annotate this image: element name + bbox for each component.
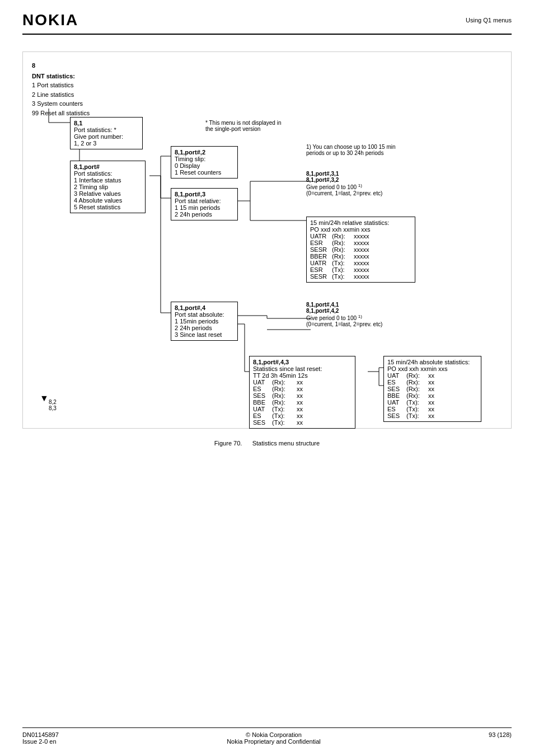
dnt-title: DNT statistics:: [32, 72, 90, 81]
port-stat-1: 1 Interface status: [74, 177, 142, 184]
page-number: 93 (128): [489, 731, 512, 745]
rel-row-7: SESR(Tx):xxxxx: [310, 273, 411, 280]
menu-port-label: 8,1,port#: [74, 163, 142, 170]
menu-8-1-box: 8,1 Port statistics: * Give port number:…: [70, 117, 143, 149]
rel-row-5: UATR(Tx):xxxxx: [310, 260, 411, 266]
port43-r6: ES(Tx):xx: [253, 412, 352, 419]
port4-item2: 2 24h periods: [175, 325, 234, 331]
rel-row-4: BBER(Rx):xxxxx: [310, 253, 411, 260]
abs-row-7: SES(Tx):xx: [387, 412, 477, 419]
port31-hint: (0=current, 1=last, 2=prev. etc): [306, 190, 382, 196]
port2-title: Timing slip:: [175, 156, 234, 162]
bottom-label-82: 8,2 8,3: [49, 399, 57, 411]
copyright: © Nokia Corporation: [227, 731, 321, 738]
port-stat-3: 3 Relative values: [74, 190, 142, 197]
port43-r4: BBE(Rx):xx: [253, 399, 352, 406]
menu-item-99: 99 Reset all statistics: [32, 109, 90, 118]
port43-r1: UAT(Rx):xx: [253, 379, 352, 386]
port-stat-5: 5 Reset statistics: [74, 204, 142, 210]
menu-8-1-line2: Give port number:: [74, 133, 139, 140]
menu-8-1-line3: 1, 2 or 3: [74, 140, 139, 147]
port-stat-title: Port statistics:: [74, 170, 142, 177]
note-line1: * This menu is not displayed in: [205, 120, 281, 126]
port2-item1: 1 Reset counters: [175, 169, 234, 176]
absolute-stats-box: 15 min/24h absolute statistics: PO xxd x…: [383, 356, 481, 422]
rel-stats-header2: PO xxd xxh xxmin xxs: [310, 226, 411, 233]
menu-port43-label: 8,1,port#,4,3: [253, 359, 352, 365]
menu-port4-box: 8,1,port#,4 Port stat absolute: 1 15min …: [171, 302, 238, 341]
port2-item0: 0 Display: [175, 162, 234, 169]
footer-left: DN01145897 Issue 2-0 en: [22, 731, 59, 745]
port43-r5: UAT(Tx):xx: [253, 406, 352, 412]
port4-title: Port stat absolute:: [175, 311, 234, 318]
menu-port43-box: 8,1,port#,4,3 Statistics since last rese…: [249, 356, 355, 429]
port43-title: Statistics since last reset:: [253, 365, 352, 372]
arrow-down-icon: ▼: [40, 393, 49, 403]
menu-8-1-line1: Port statistics: *: [74, 126, 139, 133]
port41-input: Give period 0 to 100 1): [306, 314, 382, 321]
relative-stats-box: 15 min/24h relative statistics: PO xxd x…: [306, 217, 415, 283]
diagram-wrapper: 8 DNT statistics: 1 Port statistics 2 Li…: [32, 61, 502, 419]
abs-row-3: SES(Rx):xx: [387, 386, 477, 392]
menu-port31-box: 8,1,port#,3,1 8,1,port#,3,2 Give period …: [306, 171, 382, 196]
rel-row-6: ESR(Tx):xxxxx: [310, 266, 411, 273]
port43-tt: TT 2d 3h 45min 12s: [253, 372, 352, 379]
menu-port2-label: 8,1,port#,2: [175, 149, 234, 156]
rel-stats-header: 15 min/24h relative statistics:: [310, 219, 411, 226]
confidential: Nokia Proprietary and Confidential: [227, 738, 321, 745]
footer-center: © Nokia Corporation Nokia Proprietary an…: [227, 731, 321, 745]
port3-title: Port stat relative:: [175, 198, 234, 204]
abs-row-2: ES(Rx):xx: [387, 379, 477, 386]
rel-row-2: ESR(Rx):xxxxx: [310, 240, 411, 246]
period-note: 1) You can choose up to 100 15 min perio…: [306, 144, 396, 156]
nokia-logo: NOKIA: [22, 11, 78, 29]
abs-row-5: UAT(Tx):xx: [387, 399, 477, 406]
main-menu: 8 DNT statistics: 1 Port statistics 2 Li…: [32, 61, 90, 118]
abs-stats-header: 15 min/24h absolute statistics:: [387, 359, 477, 365]
menu-port-stat-box: 8,1,port# Port statistics: 1 Interface s…: [70, 161, 146, 213]
period-note-line1: 1) You can choose up to 100 15 min: [306, 144, 396, 150]
main-label: 8: [32, 61, 90, 71]
page-footer: DN01145897 Issue 2-0 en © Nokia Corporat…: [22, 727, 512, 745]
page-header: NOKIA Using Q1 menus: [22, 11, 512, 35]
rel-row-1: UATR(Rx):xxxxx: [310, 233, 411, 240]
figure-number: Figure 70.: [214, 440, 242, 447]
single-port-note: * This menu is not displayed in the sing…: [205, 120, 281, 132]
menu-item-3: 3 System counters: [32, 99, 90, 109]
menu-port4-label: 8,1,port#,4: [175, 304, 234, 311]
menu-item-2: 2 Line statistics: [32, 90, 90, 100]
menu-port41-box: 8,1,port#,4,1 8,1,port#,4,2 Give period …: [306, 302, 382, 327]
figure-caption: Figure 70. Statistics menu structure: [22, 440, 512, 447]
section-title: Using Q1 menus: [466, 11, 512, 24]
menu-item-1: 1 Port statistics: [32, 81, 90, 90]
port4-item1: 1 15min periods: [175, 318, 234, 325]
port4-item3: 3 Since last reset: [175, 331, 234, 338]
abs-stats-header2: PO xxd xxh xxmin xxs: [387, 365, 477, 372]
menu-port2-box: 8,1,port#,2 Timing slip: 0 Display 1 Res…: [171, 146, 238, 179]
port43-r3: SES(Rx):xx: [253, 392, 352, 399]
port43-r2: ES(Rx):xx: [253, 386, 352, 392]
abs-row-6: ES(Tx):xx: [387, 406, 477, 412]
menu-port32-label: 8,1,port#,3,2: [306, 177, 382, 183]
menu-port3-box: 8,1,port#,3 Port stat relative: 1 15 min…: [171, 188, 238, 220]
label-82: 8,2: [49, 399, 57, 405]
period-note-line2: periods or up to 30 24h periods: [306, 150, 396, 156]
note-line2: the single-port version: [205, 126, 281, 132]
figure-title: Statistics menu structure: [252, 440, 320, 447]
port31-input: Give period 0 to 100 1): [306, 183, 382, 190]
port43-r7: SES(Tx):xx: [253, 419, 352, 426]
menu-8-1-label: 8,1: [74, 120, 139, 126]
abs-row-4: BBE(Rx):xx: [387, 392, 477, 399]
menu-port3-label: 8,1,port#,3: [175, 191, 234, 198]
menu-port31-label: 8,1,port#,3,1: [306, 171, 382, 177]
label-83: 8,3: [49, 405, 57, 411]
port-stat-2: 2 Timing slip: [74, 184, 142, 190]
abs-row-1: UAT(Rx):xx: [387, 372, 477, 379]
port-stat-4: 4 Absolute values: [74, 197, 142, 204]
menu-port41-label: 8,1,port#,4,1: [306, 302, 382, 308]
menu-port42-label: 8,1,port#,4,2: [306, 308, 382, 314]
port41-hint: (0=current, 1=last, 2=prev. etc): [306, 321, 382, 327]
issue-number: Issue 2-0 en: [22, 738, 59, 745]
doc-number: DN01145897: [22, 731, 59, 738]
rel-row-3: SESR(Rx):xxxxx: [310, 246, 411, 253]
